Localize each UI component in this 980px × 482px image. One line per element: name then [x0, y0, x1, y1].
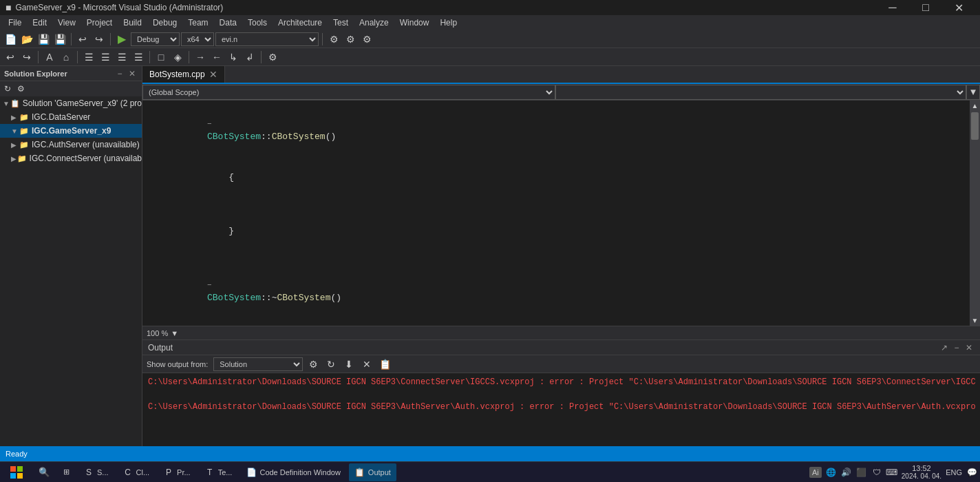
taskbar-app-s[interactable]: S S... — [78, 463, 114, 481]
tb2-11[interactable]: → — [193, 50, 208, 65]
toolbar-extra2[interactable]: ⚙ — [343, 32, 358, 47]
se-pin-btn[interactable]: − — [114, 68, 125, 79]
tab-close-btn[interactable]: ✕ — [209, 70, 217, 79]
tree-gameserver[interactable]: ▼ 📁 IGC.GameServer_x9 — [0, 124, 142, 138]
nav-scope-dropdown[interactable]: (Global Scope) — [142, 85, 555, 100]
zoom-label: 100 % — [147, 329, 168, 337]
tb2-5[interactable]: ☰ — [81, 50, 96, 65]
tree-authserver[interactable]: ▶ 📁 IGC.AuthServer (unavailable) — [0, 138, 142, 151]
taskbar-code-def-btn[interactable]: 📄 Code Definition Window — [240, 463, 345, 481]
keyboard-icon[interactable]: ⌨ — [886, 467, 897, 478]
tb2-1[interactable]: ↩ — [3, 50, 18, 65]
output-copy-btn[interactable]: ↻ — [323, 357, 339, 372]
code-line-7: { — [142, 318, 970, 326]
tb2-8[interactable]: ☰ — [131, 50, 146, 65]
maximize-button[interactable]: □ — [910, 0, 941, 15]
menu-view[interactable]: View — [52, 15, 81, 30]
tb2-9[interactable]: □ — [153, 50, 169, 65]
collapse-6[interactable]: − — [207, 281, 212, 289]
scroll-thumb[interactable] — [971, 112, 979, 140]
start-btn-run[interactable]: ▶ — [114, 32, 129, 47]
start-button[interactable] — [3, 463, 30, 481]
save-all-btn[interactable]: 💾 — [52, 32, 67, 47]
output-close-btn[interactable]: ✕ — [963, 342, 974, 353]
code-editor[interactable]: − CBotSystem::CBotSystem() { } − CBotSys… — [142, 101, 970, 326]
save-btn[interactable]: 💾 — [36, 32, 51, 47]
menu-analyze[interactable]: Analyze — [354, 15, 394, 30]
output-prev-btn[interactable]: ✕ — [359, 357, 374, 372]
taskbar-cl-icon: C — [122, 467, 134, 478]
tb2-7[interactable]: ☰ — [114, 50, 129, 65]
scroll-up-arrow[interactable]: ▲ — [970, 101, 980, 111]
title-bar-controls: ─ □ ✕ — [877, 0, 974, 15]
close-button[interactable]: ✕ — [943, 0, 974, 15]
se-sync-btn[interactable]: ↻ — [1, 83, 14, 95]
menu-team[interactable]: Team — [182, 15, 213, 30]
minimize-button[interactable]: ─ — [877, 0, 908, 15]
taskbar-search-btn[interactable]: 🔍 — [33, 463, 55, 481]
redo-btn[interactable]: ↪ — [92, 32, 107, 47]
menu-file[interactable]: File — [3, 15, 27, 30]
menu-window[interactable]: Window — [394, 15, 435, 30]
output-panel: Output ↗ − ✕ Show output from: Solution … — [142, 339, 980, 446]
taskbar-taskview-btn[interactable]: ⊞ — [58, 463, 75, 481]
solution-explorer: Solution Explorer − ✕ ↻ ⚙ ▼ 📋 Solution '… — [0, 66, 142, 446]
menu-project[interactable]: Project — [81, 15, 118, 30]
output-source-select[interactable]: Solution Build Debug — [213, 357, 303, 371]
taskbar-output-btn[interactable]: 📋 Output — [349, 463, 396, 481]
tb2-15[interactable]: ⚙ — [265, 50, 280, 65]
tree-dataserver[interactable]: ▶ 📁 IGC.DataServer — [0, 110, 142, 124]
tree-connectserver[interactable]: ▶ 📁 IGC.ConnectServer (unavailab — [0, 151, 142, 165]
taskbar-app-te[interactable]: T Te... — [199, 463, 238, 481]
tb2-2[interactable]: ↪ — [19, 50, 34, 65]
tb2-12[interactable]: ← — [209, 50, 224, 65]
menu-debug[interactable]: Debug — [147, 15, 182, 30]
editor-tab-botsystem[interactable]: BotSystem.cpp ✕ — [142, 66, 225, 83]
shield-icon[interactable]: 🛡 — [871, 467, 882, 478]
network-icon[interactable]: 🌐 — [826, 467, 837, 478]
target-select[interactable]: evi.n — [215, 32, 319, 46]
menu-edit[interactable]: Edit — [27, 15, 52, 30]
new-project-btn[interactable]: 📄 — [3, 32, 18, 47]
collapse-1[interactable]: − — [207, 120, 212, 128]
zoom-dropdown-icon[interactable]: ▼ — [171, 329, 178, 337]
platform-select[interactable]: x64 x86 — [181, 32, 214, 46]
output-clear-btn[interactable]: ⚙ — [306, 357, 321, 372]
output-float-btn[interactable]: ↗ — [939, 342, 950, 353]
scroll-down-arrow[interactable]: ▼ — [970, 315, 980, 326]
output-pin-btn[interactable]: − — [951, 342, 962, 353]
tb2-14[interactable]: ↲ — [242, 50, 257, 65]
undo-btn[interactable]: ↩ — [75, 32, 90, 47]
toolbar-extra1[interactable]: ⚙ — [326, 32, 341, 47]
taskbar-app-cl[interactable]: C Cl... — [117, 463, 156, 481]
open-btn[interactable]: 📂 — [19, 32, 34, 47]
tree-solution[interactable]: ▼ 📋 Solution 'GameServer_x9' (2 pro — [0, 96, 142, 110]
menu-tools[interactable]: Tools — [242, 15, 273, 30]
notification-icon[interactable]: 💬 — [966, 467, 977, 478]
nav-right-btn[interactable]: ▼ — [966, 85, 980, 100]
gameserver-icon: 📁 — [19, 127, 29, 136]
output-wrap-btn[interactable]: 📋 — [377, 357, 392, 372]
se-prop-btn[interactable]: ⚙ — [14, 83, 27, 95]
tb2-10[interactable]: ◈ — [170, 50, 185, 65]
output-next-btn[interactable]: ⬇ — [341, 357, 356, 372]
tb2-6[interactable]: ☰ — [98, 50, 113, 65]
clock[interactable]: 13:52 2024. 04. 04. — [902, 464, 941, 480]
menu-test[interactable]: Test — [328, 15, 354, 30]
menu-data[interactable]: Data — [214, 15, 242, 30]
se-close-btn[interactable]: ✕ — [127, 68, 138, 79]
volume-icon[interactable]: 🔊 — [841, 467, 852, 478]
toolbar-extra3[interactable]: ⚙ — [359, 32, 374, 47]
battery-icon[interactable]: ⬛ — [856, 467, 867, 478]
debug-config-select[interactable]: Debug Release — [131, 32, 180, 46]
nav-member-dropdown[interactable] — [555, 85, 966, 100]
menu-help[interactable]: Help — [434, 15, 462, 30]
output-content[interactable]: C:\Users\Administrator\Downloads\SOURCE … — [142, 373, 980, 446]
tb2-4[interactable]: ⌂ — [58, 50, 74, 65]
tb2-13[interactable]: ↳ — [226, 50, 241, 65]
time-display: 13:52 — [902, 464, 941, 472]
menu-build[interactable]: Build — [118, 15, 147, 30]
menu-architecture[interactable]: Architecture — [273, 15, 328, 30]
taskbar-app-pr[interactable]: P Pr... — [158, 463, 196, 481]
tb2-3[interactable]: A — [42, 50, 57, 65]
